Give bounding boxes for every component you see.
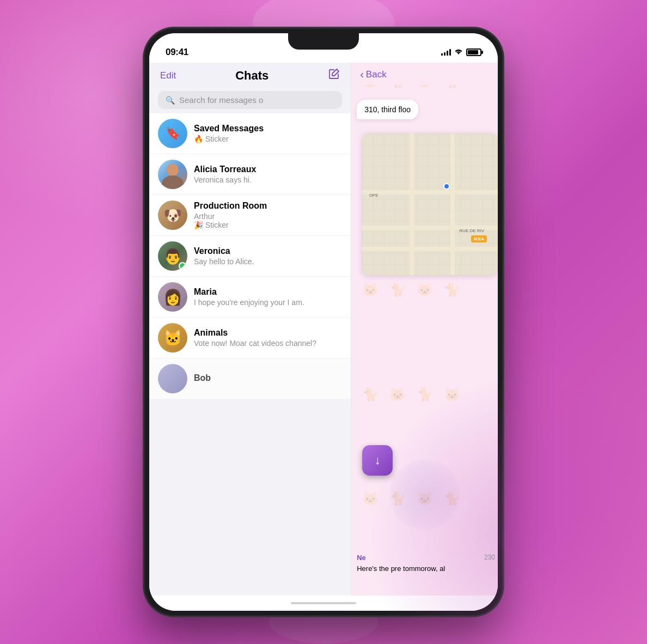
chat-name-alicia: Alicia Torreaux	[194, 165, 342, 174]
battery-icon	[466, 48, 481, 56]
map-background: OPE RUE DE RIV IKEA	[362, 133, 498, 275]
download-button[interactable]: ↓	[362, 445, 393, 476]
chat-preview-saved: 🔥 Sticker	[194, 135, 342, 143]
download-button-container: ↓	[362, 445, 393, 476]
back-chevron-icon: ‹	[360, 68, 364, 81]
chat-name-animals: Animals	[194, 328, 342, 338]
home-bar	[291, 602, 356, 604]
chat-info-animals: Animals Vote now! Moar cat videos channe…	[194, 328, 342, 348]
chat-preview-maria: I hope you're enjoying your I am.	[194, 298, 342, 307]
chat-info-bob: Bob	[194, 373, 342, 384]
phone-screen: 09:41	[149, 33, 498, 611]
back-label: Back	[366, 69, 387, 80]
touch-ripple	[389, 459, 460, 530]
download-icon: ↓	[375, 453, 381, 467]
chat-info-veronica: Veronica Say hello to Alice.	[194, 246, 342, 266]
search-container: 🔍 Search for messages o	[149, 88, 351, 113]
chat-name-maria: Maria	[194, 287, 342, 297]
chat-name-bob: Bob	[194, 373, 342, 383]
map-road-h1	[362, 190, 498, 195]
detail-panel: 🐱🐈🐱🐈 🐈🐱🐈🐱 🐱🐈🐱🐈 🐈🐱🐈🐱 🐱🐈🐱🐈 ‹ Back	[351, 63, 498, 596]
avatar-animals	[158, 323, 187, 353]
chat-name-production: Production Room	[194, 201, 342, 211]
avatar-alicia	[158, 160, 187, 189]
chat-preview-veronica: Say hello to Alice.	[194, 257, 342, 266]
bookmark-icon: 🔖	[166, 126, 180, 141]
chat-item-production[interactable]: Production Room Arthur 🎉 Sticker	[149, 195, 351, 236]
message-bubble: 310, third floo	[357, 100, 418, 119]
nav-bar: Edit Chats	[149, 63, 351, 88]
map-label-ope: OPE	[369, 193, 379, 198]
avatar-saved-messages: 🔖	[158, 119, 187, 148]
chats-title: Chats	[235, 69, 268, 83]
chat-info-production: Production Room Arthur 🎉 Sticker	[194, 201, 342, 229]
chats-panel: Edit Chats 🔍 Search for messages o	[149, 63, 351, 596]
compose-icon[interactable]	[328, 68, 340, 83]
notch	[288, 33, 359, 50]
message-bubble-text: 310, third floo	[364, 105, 411, 114]
map-ikea-marker: IKEA	[471, 235, 487, 242]
chat-preview-alicia: Veronica says hi.	[194, 175, 342, 184]
search-icon: 🔍	[166, 96, 175, 105]
chat-list: 🔖 Saved Messages 🔥 Sticker Alicia T	[149, 113, 351, 596]
chat-preview-animals: Vote now! Moar cat videos channel?	[194, 339, 342, 348]
chat-item-bob[interactable]: Bob	[149, 359, 351, 399]
home-indicator	[149, 596, 498, 611]
chat-name-saved: Saved Messages	[194, 124, 342, 133]
chat-item-alicia[interactable]: Alicia Torreaux Veronica says hi.	[149, 154, 351, 195]
back-button[interactable]: ‹ Back	[360, 68, 386, 81]
message-preview: Ne 230 Here's the pre tommorow, al	[357, 553, 495, 574]
screen-content: Edit Chats 🔍 Search for messages o	[149, 63, 498, 596]
detail-nav: ‹ Back	[351, 63, 498, 85]
map-label-rue: RUE DE RIV	[459, 228, 484, 233]
chat-item-veronica[interactable]: Veronica Say hello to Alice.	[149, 236, 351, 277]
avatar-production	[158, 201, 187, 230]
message-sender-name: Ne	[357, 553, 366, 563]
wifi-icon	[454, 48, 463, 57]
status-time: 09:41	[166, 47, 188, 58]
chat-info-alicia: Alicia Torreaux Veronica says hi.	[194, 165, 342, 184]
chat-info-maria: Maria I hope you're enjoying your I am.	[194, 287, 342, 307]
chat-item-saved-messages[interactable]: 🔖 Saved Messages 🔥 Sticker	[149, 113, 351, 154]
status-icons	[441, 48, 481, 57]
map-location-marker	[443, 183, 450, 190]
online-indicator	[179, 262, 186, 270]
map-container[interactable]: OPE RUE DE RIV IKEA	[362, 133, 498, 275]
map-road-v1	[410, 133, 414, 275]
chat-info-saved: Saved Messages 🔥 Sticker	[194, 124, 342, 143]
search-bar[interactable]: 🔍 Search for messages o	[158, 91, 342, 109]
search-placeholder: Search for messages o	[179, 95, 263, 105]
message-preview-text: Here's the pre tommorow, al	[357, 564, 495, 574]
avatar-maria	[158, 282, 187, 312]
avatar-bob	[158, 364, 187, 393]
signal-icon	[441, 49, 451, 56]
chat-preview-production: Arthur	[194, 212, 342, 221]
map-road-v2	[450, 133, 455, 275]
chat-item-maria[interactable]: Maria I hope you're enjoying your I am.	[149, 277, 351, 318]
phone-wrapper: 09:41	[138, 22, 509, 622]
message-count: 230	[484, 553, 495, 562]
map-road-h3	[362, 247, 498, 251]
chat-name-veronica: Veronica	[194, 246, 342, 256]
avatar-veronica	[158, 241, 187, 271]
chat-item-animals[interactable]: Animals Vote now! Moar cat videos channe…	[149, 318, 351, 359]
chat-sticker-production: 🎉 Sticker	[194, 221, 342, 229]
phone-frame: 09:41	[144, 28, 503, 616]
edit-button[interactable]: Edit	[160, 70, 176, 81]
